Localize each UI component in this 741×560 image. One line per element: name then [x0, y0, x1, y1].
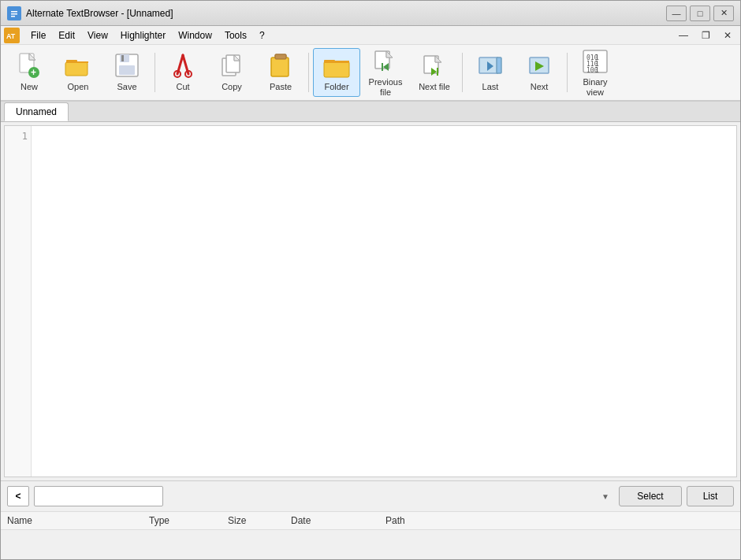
open-icon	[64, 52, 92, 80]
svg-rect-14	[120, 54, 129, 62]
svg-rect-29	[324, 61, 349, 63]
separator-3	[462, 53, 463, 92]
tab-bar: Unnamed	[1, 102, 740, 122]
title-controls: — □ ✕	[666, 6, 734, 21]
svg-rect-1	[11, 11, 17, 13]
save-label: Save	[117, 82, 136, 92]
svg-rect-26	[275, 54, 286, 59]
paste-icon	[266, 52, 295, 80]
last-icon	[476, 52, 505, 80]
svg-text:AT: AT	[6, 32, 16, 40]
cut-button[interactable]: Cut	[159, 48, 207, 97]
separator-4	[567, 53, 568, 92]
save-icon	[113, 52, 141, 80]
next-file-label: Next file	[419, 82, 450, 92]
menu-close-button[interactable]: ✕	[718, 28, 737, 43]
column-type: Type	[149, 515, 228, 526]
svg-rect-11	[65, 62, 88, 76]
menu-window-controls: — ❐ ✕	[674, 28, 737, 43]
cut-label: Cut	[176, 82, 189, 92]
editor-textarea[interactable]	[32, 126, 736, 477]
main-window: Alternate TextBrowser - [Unnamed] — □ ✕ …	[0, 0, 741, 560]
window-title: Alternate TextBrowser - [Unnamed]	[26, 8, 666, 19]
column-extra	[718, 515, 734, 526]
paste-button[interactable]: Paste	[257, 48, 304, 97]
svg-rect-25	[271, 57, 289, 76]
copy-button[interactable]: Copy	[208, 48, 255, 97]
maximize-button[interactable]: □	[690, 6, 710, 21]
menu-tools[interactable]: Tools	[218, 28, 253, 43]
editor-area: 1	[4, 125, 737, 477]
menu-edit[interactable]: Edit	[52, 28, 81, 43]
bottom-panel: < ▼ Select List Name Type Size Date Path	[1, 480, 740, 559]
menu-minimize-button[interactable]: —	[674, 28, 693, 43]
title-bar: Alternate TextBrowser - [Unnamed] — □ ✕	[1, 1, 740, 26]
next-file-button[interactable]: Next file	[411, 48, 458, 97]
main-content: 1 < ▼ Select List Name Type Size Date Pa…	[1, 122, 740, 559]
menu-view[interactable]: View	[81, 28, 114, 43]
svg-rect-38	[497, 57, 501, 73]
new-button[interactable]: + New	[6, 48, 53, 97]
separator-1	[155, 53, 155, 92]
list-button[interactable]: List	[687, 486, 734, 506]
open-button[interactable]: Open	[54, 48, 102, 97]
menu-restore-button[interactable]: ❐	[696, 28, 715, 43]
svg-rect-22	[226, 55, 240, 72]
binary-view-button[interactable]: 010 110 100 1 1 1 Binary view	[572, 48, 619, 97]
folder-button[interactable]: Folder	[313, 48, 360, 97]
copy-icon	[218, 52, 246, 80]
last-button[interactable]: Last	[467, 48, 514, 97]
next-file-icon	[420, 52, 449, 80]
svg-rect-3	[11, 16, 15, 17]
file-list-header: Name Type Size Date Path	[1, 512, 740, 530]
last-label: Last	[482, 82, 499, 92]
copy-label: Copy	[222, 82, 242, 92]
menu-window[interactable]: Window	[172, 28, 218, 43]
paste-label: Paste	[270, 82, 292, 92]
svg-rect-2	[11, 13, 17, 15]
new-icon: +	[15, 52, 43, 80]
next-label: Next	[531, 82, 549, 92]
next-button[interactable]: Next	[516, 48, 563, 97]
svg-rect-15	[119, 65, 135, 75]
minimize-button[interactable]: —	[666, 6, 687, 21]
svg-text:+: +	[31, 67, 36, 78]
column-size: Size	[228, 515, 291, 526]
prev-file-button[interactable]: Previous file	[362, 48, 409, 97]
cut-icon	[169, 52, 197, 80]
svg-rect-28	[324, 61, 349, 77]
svg-rect-36	[437, 68, 438, 76]
prev-file-label: Previous file	[364, 77, 407, 98]
menu-file[interactable]: File	[24, 28, 52, 43]
menu-highlighter[interactable]: Highlighter	[114, 28, 172, 43]
path-input[interactable]	[34, 486, 163, 506]
close-button[interactable]: ✕	[713, 6, 734, 21]
svg-rect-16	[121, 55, 124, 61]
bottom-toolbar: < ▼ Select List	[1, 481, 740, 512]
column-path: Path	[385, 515, 718, 526]
line-numbers: 1	[5, 126, 32, 477]
menu-logo: AT	[4, 28, 20, 43]
dropdown-arrow[interactable]: ▼	[601, 492, 609, 501]
svg-rect-33	[382, 63, 383, 71]
menu-bar: AT File Edit View Highlighter Window Too…	[1, 26, 740, 45]
prev-file-icon	[371, 47, 400, 76]
next-icon	[525, 52, 553, 80]
column-name: Name	[7, 515, 149, 526]
select-button[interactable]: Select	[619, 486, 682, 506]
open-label: Open	[68, 82, 89, 92]
binary-view-icon: 010 110 100 1 1 1	[581, 47, 609, 76]
column-date: Date	[291, 515, 385, 526]
back-button[interactable]: <	[7, 486, 29, 506]
menu-help[interactable]: ?	[253, 28, 271, 43]
folder-icon	[322, 52, 351, 80]
svg-text:1: 1	[595, 67, 599, 74]
folder-label: Folder	[324, 82, 348, 92]
svg-rect-12	[66, 61, 88, 63]
save-button[interactable]: Save	[103, 48, 151, 97]
new-label: New	[20, 82, 38, 92]
separator-2	[308, 53, 309, 92]
line-number-1: 1	[8, 131, 28, 142]
app-icon	[7, 6, 21, 20]
tab-unnamed[interactable]: Unnamed	[4, 102, 69, 121]
